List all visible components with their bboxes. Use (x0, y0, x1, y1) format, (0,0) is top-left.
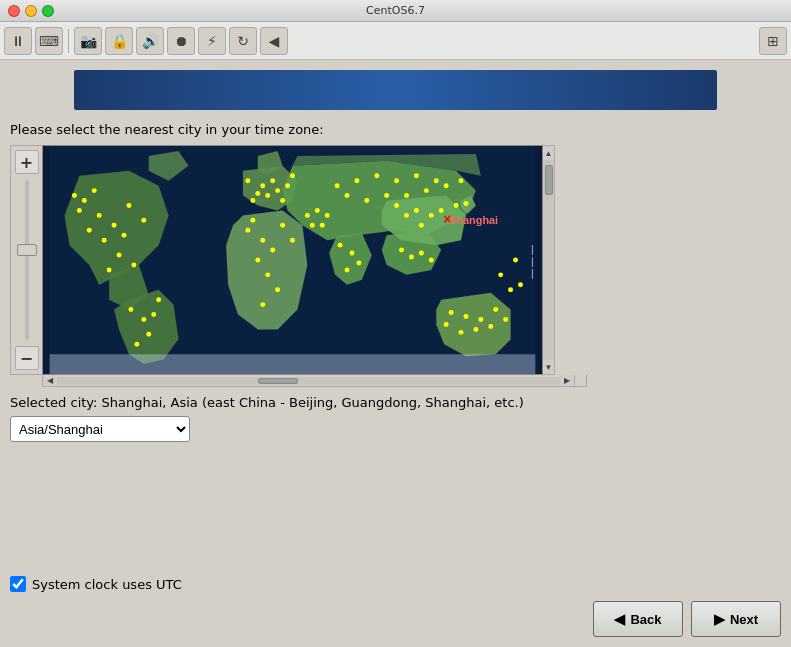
instruction-text: Please select the nearest city in your t… (10, 122, 781, 137)
hscroll-left-button[interactable]: ◀ (43, 375, 57, 386)
close-button[interactable] (8, 5, 20, 17)
svg-point-51 (434, 178, 439, 183)
svg-point-60 (429, 213, 434, 218)
svg-point-67 (338, 243, 343, 248)
next-icon: ▶ (714, 611, 725, 627)
world-map-svg[interactable]: × Shanghai (43, 146, 542, 374)
svg-point-28 (280, 198, 285, 203)
refresh-button[interactable]: ↻ (229, 27, 257, 55)
svg-point-2 (97, 213, 102, 218)
timezone-select[interactable]: Asia/Shanghai Asia/Beijing Asia/Tokyo As… (10, 416, 190, 442)
usb-button[interactable]: ⚡ (198, 27, 226, 55)
svg-point-27 (250, 198, 255, 203)
title-bar: CentOS6.7 (0, 0, 791, 22)
svg-point-19 (156, 297, 161, 302)
svg-point-53 (364, 198, 369, 203)
vscroll-up-button[interactable]: ▲ (543, 146, 554, 160)
svg-point-3 (112, 223, 117, 228)
map-wrapper[interactable]: × Shanghai (42, 145, 543, 375)
zoom-in-button[interactable]: + (15, 150, 39, 174)
selected-city-row: Selected city: Shanghai, Asia (east Chin… (10, 395, 781, 410)
svg-point-42 (315, 208, 320, 213)
svg-point-36 (275, 287, 280, 292)
utc-checkbox[interactable] (10, 576, 26, 592)
svg-point-56 (424, 188, 429, 193)
svg-point-37 (260, 302, 265, 307)
svg-point-69 (356, 260, 361, 265)
zoom-out-button[interactable]: − (15, 346, 39, 370)
svg-point-73 (419, 251, 424, 256)
hscroll-right-button[interactable]: ▶ (560, 375, 574, 386)
svg-point-58 (459, 178, 464, 183)
svg-point-38 (250, 218, 255, 223)
svg-point-49 (394, 178, 399, 183)
back-label: Back (630, 612, 661, 627)
toolbar: ⏸ ⌨ 📷 🔒 🔊 ⏺ ⚡ ↻ ◀ ⊞ (0, 22, 791, 60)
window-title: CentOS6.7 (366, 4, 425, 17)
svg-point-5 (102, 238, 107, 243)
svg-text:Shanghai: Shanghai (449, 214, 498, 226)
selected-city-value: Shanghai, Asia (east China - Beijing, Gu… (101, 395, 523, 410)
svg-point-74 (429, 258, 434, 263)
volume-button[interactable]: 🔊 (136, 27, 164, 55)
svg-point-33 (270, 248, 275, 253)
svg-point-52 (345, 193, 350, 198)
next-label: Next (730, 612, 758, 627)
svg-point-29 (285, 183, 290, 188)
svg-point-40 (290, 238, 295, 243)
next-button[interactable]: ▶ Next (691, 601, 781, 637)
zoom-slider-thumb[interactable] (17, 244, 37, 256)
svg-point-31 (245, 228, 250, 233)
svg-point-45 (310, 223, 315, 228)
svg-point-13 (92, 188, 97, 193)
svg-point-76 (464, 314, 469, 319)
svg-point-68 (350, 251, 355, 256)
window-mode-button[interactable]: ⊞ (759, 27, 787, 55)
svg-point-75 (449, 310, 454, 315)
svg-point-32 (260, 238, 265, 243)
svg-point-14 (72, 193, 77, 198)
hscroll-track[interactable] (57, 377, 560, 385)
svg-point-8 (141, 218, 146, 223)
vscroll-down-button[interactable]: ▼ (543, 360, 554, 374)
svg-point-18 (134, 342, 139, 347)
timezone-dropdown-container: Asia/Shanghai Asia/Beijing Asia/Tokyo As… (10, 416, 781, 442)
utc-checkbox-label[interactable]: System clock uses UTC (32, 577, 182, 592)
vscroll-thumb[interactable] (545, 165, 553, 195)
back-icon: ◀ (614, 611, 625, 627)
svg-point-26 (255, 191, 260, 196)
svg-point-24 (275, 188, 280, 193)
svg-point-47 (354, 178, 359, 183)
type-button[interactable]: ⌨ (35, 27, 63, 55)
svg-point-55 (404, 193, 409, 198)
svg-point-11 (107, 267, 112, 272)
map-horizontal-scrollbar[interactable]: ◀ ▶ (42, 375, 575, 387)
svg-point-54 (384, 193, 389, 198)
toolbar-separator-1 (68, 29, 69, 53)
vscroll-track[interactable] (543, 160, 554, 360)
svg-point-81 (493, 307, 498, 312)
svg-point-82 (503, 317, 508, 322)
maximize-button[interactable] (42, 5, 54, 17)
window-controls (8, 5, 54, 17)
screenshot-button[interactable]: 📷 (74, 27, 102, 55)
svg-point-70 (345, 267, 350, 272)
arrow-button[interactable]: ◀ (260, 27, 288, 55)
svg-point-1 (82, 198, 87, 203)
svg-point-17 (146, 332, 151, 337)
svg-point-25 (265, 193, 270, 198)
svg-point-21 (245, 178, 250, 183)
svg-point-44 (320, 223, 325, 228)
map-vertical-scrollbar[interactable]: ▲ ▼ (543, 145, 555, 375)
record-button[interactable]: ⏺ (167, 27, 195, 55)
lock-button[interactable]: 🔒 (105, 27, 133, 55)
minimize-button[interactable] (25, 5, 37, 17)
hscroll-thumb[interactable] (258, 378, 298, 384)
back-button[interactable]: ◀ Back (593, 601, 683, 637)
svg-point-7 (126, 203, 131, 208)
svg-point-66 (394, 203, 399, 208)
pause-button[interactable]: ⏸ (4, 27, 32, 55)
svg-point-64 (454, 203, 459, 208)
main-content: Please select the nearest city in your t… (0, 110, 791, 452)
svg-point-65 (464, 201, 469, 206)
